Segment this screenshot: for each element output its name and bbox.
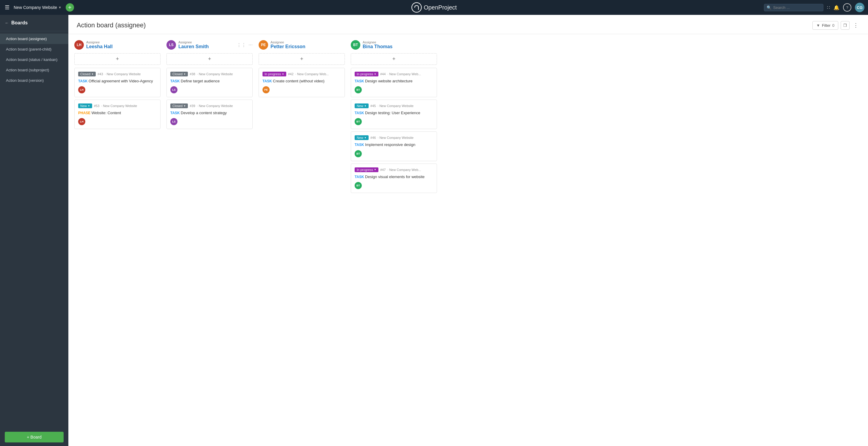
fullscreen-button[interactable]: ❐ xyxy=(841,21,849,30)
card-title-45: Design testing: User Experience xyxy=(365,111,420,115)
user-avatar[interactable]: CG xyxy=(855,3,864,12)
status-badge-38[interactable]: Closed ▼ xyxy=(170,72,188,77)
card-53: New ▼ #53 · New Company Website PHASE We… xyxy=(74,99,160,129)
card-footer-46: BT xyxy=(354,150,433,157)
sidebar-nav: Action board (assignee) Action board (pa… xyxy=(0,31,68,428)
sidebar-item-action-assignee[interactable]: Action board (assignee) xyxy=(0,34,68,44)
card-body-44: TASK Design website architecture xyxy=(354,78,433,84)
hamburger-icon[interactable]: ☰ xyxy=(4,3,11,12)
card-project-39: · New Company Website xyxy=(197,104,233,108)
status-badge-46[interactable]: New ▼ xyxy=(354,135,369,140)
column-avatar-bina: BT xyxy=(351,40,360,50)
column-name-bina: Bina Thomas xyxy=(363,44,437,49)
main-content: Action board (assignee) ▼ Filter 0 ❐ ⋮ L… xyxy=(68,15,868,446)
card-title-39: Develop a content strategy xyxy=(181,111,227,115)
card-body-53: PHASE Website: Content xyxy=(78,110,157,116)
drag-handle-icon[interactable]: ⋮⋮ xyxy=(237,42,246,48)
column-avatar-petter: PE xyxy=(259,40,268,50)
card-title-47: Design visual elements for website xyxy=(365,175,425,179)
app-logo: OpenProject xyxy=(411,2,457,13)
card-title-44: Design website architecture xyxy=(365,79,412,83)
sidebar-footer: + Board xyxy=(0,428,68,446)
status-badge-44[interactable]: In progress ▼ xyxy=(354,72,378,77)
badge-chevron-icon-44: ▼ xyxy=(374,73,376,76)
column-name-petter: Petter Ericsson xyxy=(271,44,345,49)
status-label-45: New xyxy=(357,104,363,108)
card-type-44: TASK xyxy=(354,79,365,83)
add-button[interactable]: + xyxy=(66,3,74,11)
header-actions: ▼ Filter 0 ❐ ⋮ xyxy=(812,21,860,30)
card-footer-42: PE xyxy=(262,86,341,93)
status-badge-39[interactable]: Closed ▼ xyxy=(170,103,188,108)
content-header: Action board (assignee) ▼ Filter 0 ❐ ⋮ xyxy=(68,15,868,34)
column-info-leesha: Assignee Leesha Hall xyxy=(86,40,160,49)
status-label-43: Closed xyxy=(80,72,90,76)
card-body-46: TASK Implement responsive design xyxy=(354,142,433,147)
sidebar-item-action-parent-child[interactable]: Action board (parent-child) xyxy=(0,44,68,54)
status-badge-42[interactable]: In progress ▼ xyxy=(262,72,286,77)
card-number-42: #42 xyxy=(288,72,293,76)
card-type-42: TASK xyxy=(262,79,273,83)
sidebar-item-action-version[interactable]: Action board (version) xyxy=(0,75,68,86)
card-47: In progress ▼ #47 · New Company Web... T… xyxy=(351,163,437,193)
column-name-leesha: Leesha Hall xyxy=(86,44,160,49)
card-footer-44: BT xyxy=(354,86,433,93)
column-leesha: LH Assignee Leesha Hall + Closed xyxy=(74,40,160,440)
column-info-bina: Assignee Bina Thomas xyxy=(363,40,437,49)
add-board-label: + Board xyxy=(27,435,41,440)
column-avatar-lauren: LS xyxy=(166,40,176,50)
card-meta-38: Closed ▼ #38 · New Company Website xyxy=(170,72,249,77)
column-name-lauren: Lauren Smith xyxy=(178,44,234,49)
column-header-bina: BT Assignee Bina Thomas xyxy=(351,40,437,50)
card-meta-47: In progress ▼ #47 · New Company Web... xyxy=(354,168,433,172)
column-header-lauren: LS Assignee Lauren Smith ⋮⋮ ⋯ xyxy=(166,40,253,50)
top-nav: ☰ New Company Website ▼ + OpenProject 🔍 … xyxy=(0,0,868,15)
card-type-47: TASK xyxy=(354,175,365,179)
column-petter: PE Assignee Petter Ericsson + In progr xyxy=(259,40,345,440)
card-body-47: TASK Design visual elements for website xyxy=(354,174,433,180)
add-card-button-petter[interactable]: + xyxy=(259,53,345,65)
sidebar-item-label: Action board (status / kanban) xyxy=(6,57,57,62)
column-more-icon-lauren[interactable]: ⋯ xyxy=(249,42,253,47)
add-card-button-leesha[interactable]: + xyxy=(74,53,160,65)
add-card-button-bina[interactable]: + xyxy=(351,53,437,65)
cards-list-petter: In progress ▼ #42 · New Company Web... T… xyxy=(259,68,345,97)
card-meta-42: In progress ▼ #42 · New Company Web... xyxy=(262,72,341,77)
fullscreen-icon: ❐ xyxy=(843,23,847,28)
card-meta-44: In progress ▼ #44 · New Company Web... xyxy=(354,72,433,77)
sidebar-item-action-status[interactable]: Action board (status / kanban) xyxy=(0,54,68,65)
card-project-44: · New Company Web... xyxy=(387,72,421,76)
status-label-46: New xyxy=(357,136,363,140)
card-project-43: · New Company Website xyxy=(105,72,141,76)
card-meta-45: New ▼ #45 · New Company Website xyxy=(354,103,433,108)
card-avatar-43: LH xyxy=(78,86,85,93)
status-badge-43[interactable]: Closed ▼ xyxy=(78,72,96,77)
more-options-button[interactable]: ⋮ xyxy=(852,21,860,30)
status-label-42: In progress xyxy=(265,72,281,76)
column-lauren: LS Assignee Lauren Smith ⋮⋮ ⋯ + xyxy=(166,40,253,440)
add-board-button[interactable]: + Board xyxy=(5,432,64,442)
bell-icon[interactable]: 🔔 xyxy=(834,5,839,10)
sidebar-item-action-subproject[interactable]: Action board (subproject) xyxy=(0,65,68,75)
help-button[interactable]: ? xyxy=(843,3,851,11)
add-card-button-lauren[interactable]: + xyxy=(166,53,253,65)
card-meta-43: Closed ▼ #43 · New Company Website xyxy=(78,72,157,77)
project-selector[interactable]: New Company Website ▼ xyxy=(14,5,62,10)
status-badge-47[interactable]: In progress ▼ xyxy=(354,168,378,172)
search-input[interactable] xyxy=(773,5,821,10)
logo-icon xyxy=(411,2,422,13)
status-badge-45[interactable]: New ▼ xyxy=(354,103,369,108)
card-number-43: #43 xyxy=(97,72,103,76)
card-avatar-38: LS xyxy=(170,86,178,93)
column-header-leesha: LH Assignee Leesha Hall xyxy=(74,40,160,50)
card-avatar-39: LS xyxy=(170,118,178,125)
filter-button[interactable]: ▼ Filter 0 xyxy=(812,21,838,30)
card-footer-43: LH xyxy=(78,86,157,93)
card-number-45: #45 xyxy=(370,104,376,108)
search-box[interactable]: 🔍 xyxy=(764,4,824,11)
status-badge-53[interactable]: New ▼ xyxy=(78,103,92,108)
grid-icon[interactable]: ∷ xyxy=(827,5,830,10)
card-body-39: TASK Develop a content strategy xyxy=(170,110,249,116)
sidebar-header: ← Boards xyxy=(0,15,68,31)
back-icon[interactable]: ← xyxy=(5,21,9,25)
